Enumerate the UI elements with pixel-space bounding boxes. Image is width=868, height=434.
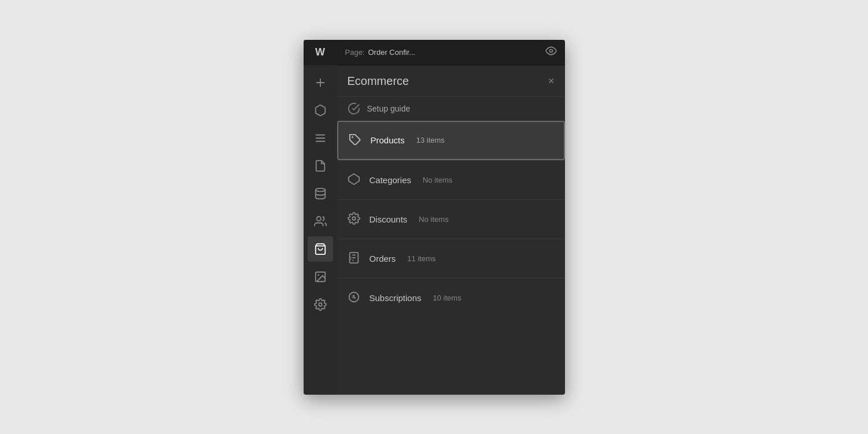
close-button[interactable]: × xyxy=(548,76,555,86)
sidebar-image-button[interactable] xyxy=(308,264,333,290)
cart-icon xyxy=(314,243,327,255)
app-window: W xyxy=(304,40,565,395)
panel-header: Page: Order Confir... xyxy=(337,40,565,65)
subscriptions-icon: $ xyxy=(348,291,361,305)
subscriptions-count: 10 items xyxy=(433,294,461,302)
receipt-svg: $ xyxy=(348,251,360,264)
svg-text:$: $ xyxy=(352,295,354,299)
sidebar-top-bar: W xyxy=(304,40,337,65)
categories-icon xyxy=(348,173,361,187)
sidebar: W xyxy=(304,40,337,395)
panel-title: Ecommerce xyxy=(348,75,409,88)
preview-eye-icon[interactable] xyxy=(545,45,557,59)
menu-item-orders[interactable]: $ Orders 11 items xyxy=(337,239,565,278)
page-name: Order Confir... xyxy=(368,48,415,57)
eye-svg xyxy=(545,45,557,57)
box-icon xyxy=(314,104,327,117)
settings-icon xyxy=(314,298,327,311)
sidebar-settings-button[interactable] xyxy=(308,292,333,317)
products-icon xyxy=(349,133,363,147)
svg-point-0 xyxy=(315,188,325,191)
discounts-count: No items xyxy=(419,215,448,224)
menu-item-subscriptions[interactable]: $ Subscriptions 10 items xyxy=(337,278,565,317)
sidebar-box-button[interactable] xyxy=(308,98,333,123)
sidebar-icons-container xyxy=(304,65,337,317)
main-panel: Page: Order Confir... Ecommerce × xyxy=(337,40,565,395)
sidebar-users-button[interactable] xyxy=(308,209,333,234)
menu-item-discounts[interactable]: Discounts No items xyxy=(337,199,565,239)
panel-content: Ecommerce × Setup guide xyxy=(337,65,565,395)
menu-item-products[interactable]: Products 13 items xyxy=(337,121,565,160)
page-label: Page: xyxy=(345,48,365,57)
sidebar-cart-button[interactable] xyxy=(308,236,333,262)
setup-guide-row[interactable]: Setup guide xyxy=(337,96,565,121)
categories-label: Categories xyxy=(370,175,412,185)
sidebar-add-button[interactable] xyxy=(308,70,333,95)
gear-badge-svg xyxy=(348,212,360,225)
discounts-label: Discounts xyxy=(370,214,408,224)
svg-text:$: $ xyxy=(349,255,351,261)
panel-title-bar: Ecommerce × xyxy=(337,65,565,96)
orders-icon: $ xyxy=(348,251,361,265)
hexagon-svg xyxy=(348,173,360,186)
database-icon xyxy=(314,187,327,200)
svg-point-4 xyxy=(317,274,319,276)
orders-label: Orders xyxy=(370,254,396,264)
w-logo: W xyxy=(315,46,325,58)
sidebar-database-button[interactable] xyxy=(308,181,333,206)
discounts-icon xyxy=(348,212,361,226)
subscriptions-label: Subscriptions xyxy=(370,293,422,303)
products-count: 13 items xyxy=(416,136,445,144)
image-icon xyxy=(314,270,327,283)
subscription-svg: $ xyxy=(348,291,360,303)
setup-guide-label: Setup guide xyxy=(367,104,411,113)
svg-point-1 xyxy=(316,216,320,220)
svg-point-6 xyxy=(549,50,552,53)
menu-item-categories[interactable]: Categories No items xyxy=(337,160,565,199)
orders-count: 11 items xyxy=(407,254,435,263)
svg-point-5 xyxy=(319,303,322,306)
file-icon xyxy=(314,159,327,172)
products-label: Products xyxy=(371,135,405,145)
check-circle-icon xyxy=(348,102,360,115)
add-icon xyxy=(314,76,327,89)
sidebar-file-button[interactable] xyxy=(308,153,333,179)
checkmark-svg xyxy=(348,102,360,115)
svg-marker-8 xyxy=(348,174,359,184)
categories-count: No items xyxy=(423,176,452,184)
sidebar-list-button[interactable] xyxy=(308,125,333,151)
svg-point-9 xyxy=(352,217,356,220)
users-icon xyxy=(314,215,327,228)
list-icon xyxy=(314,132,327,144)
tag-svg xyxy=(349,133,361,146)
